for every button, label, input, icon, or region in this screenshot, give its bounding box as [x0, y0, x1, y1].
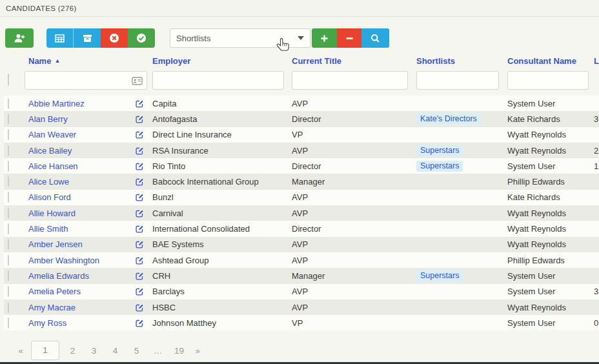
row-checkbox[interactable] [8, 318, 9, 329]
row-checkbox[interactable] [8, 208, 9, 219]
edit-icon[interactable] [136, 130, 144, 139]
column-header-shortlists[interactable]: Shortlists [416, 56, 507, 66]
employer-cell: Antofagasta [152, 114, 292, 124]
row-checkbox[interactable] [8, 192, 9, 203]
table-row: Alan Weaver Direct Line Insurance VP Wya… [4, 127, 599, 143]
row-checkbox[interactable] [8, 114, 9, 125]
row-checkbox[interactable] [8, 98, 9, 109]
candidate-name-link[interactable]: Alison Ford [23, 192, 136, 202]
edit-icon[interactable] [136, 162, 144, 170]
times-circle-icon [109, 33, 119, 43]
name-filter-input[interactable] [25, 71, 147, 90]
pagination-page-19[interactable]: 19 [168, 346, 190, 356]
pagination-next[interactable]: » [190, 346, 205, 356]
current-title-filter-input[interactable] [292, 71, 408, 90]
consultant-cell: System User [507, 99, 594, 108]
candidate-name-link[interactable]: Abbie Martinez [23, 99, 136, 108]
edit-icon[interactable] [136, 287, 144, 296]
table-row: Alice Bailey RSA Insurance AVP Superstar… [4, 143, 599, 158]
edit-icon[interactable] [136, 240, 144, 248]
add-candidate-button[interactable] [5, 28, 34, 48]
candidate-name-link[interactable]: Allie Smith [23, 224, 136, 234]
candidate-name-link[interactable]: Alice Bailey [23, 146, 136, 156]
consultant-cell: Kate Richards [507, 114, 594, 124]
shortlists-dropdown[interactable]: Shortlists [170, 28, 310, 48]
candidate-name-link[interactable]: Alan Weaver [23, 130, 136, 139]
shortlist-badge[interactable]: Superstars [416, 161, 463, 172]
shortlist-badge[interactable]: Superstars [416, 145, 463, 156]
pagination-page-1[interactable]: 1 [31, 341, 59, 360]
shortlist-badge[interactable]: Superstars [416, 270, 463, 281]
consultant-filter-input[interactable] [507, 71, 589, 90]
remove-from-shortlist-button[interactable] [337, 28, 361, 48]
pagination-page-2[interactable]: 2 [62, 346, 83, 356]
select-all-checkbox[interactable] [8, 74, 9, 86]
search-shortlist-button[interactable] [361, 28, 389, 48]
current-title-cell: Director [292, 161, 416, 171]
candidate-name-link[interactable]: Alan Berry [23, 114, 136, 124]
row-checkbox[interactable] [8, 223, 9, 234]
employer-filter-input[interactable] [152, 71, 284, 90]
table-row: Allie Smith International Consolidated D… [4, 221, 599, 236]
pagination: « 12345…19 » [13, 341, 599, 360]
shortlist-badge[interactable]: Kate's Directors [416, 114, 481, 125]
column-header-consultant-name[interactable]: Consultant Name [507, 56, 594, 66]
edit-icon[interactable] [136, 209, 144, 217]
candidate-name-link[interactable]: Amelia Peters [23, 287, 136, 296]
page-title: CANDIDATES (276) [6, 5, 77, 12]
candidate-name-link[interactable]: Amber Jensen [23, 239, 136, 249]
candidate-name-link[interactable]: Amy Ross [23, 318, 136, 328]
shortlists-filter-input[interactable] [416, 71, 499, 90]
edit-icon[interactable] [136, 272, 144, 280]
employer-cell: HSBC [152, 303, 292, 312]
edit-icon[interactable] [136, 115, 144, 123]
candidate-name-link[interactable]: Allie Howard [23, 208, 136, 218]
add-to-shortlist-button[interactable] [312, 28, 337, 48]
edit-icon[interactable] [136, 99, 144, 108]
archive-button[interactable] [74, 28, 101, 48]
consultant-cell: System User [507, 161, 594, 171]
candidate-name-link[interactable]: Alice Lowe [23, 177, 136, 187]
row-checkbox[interactable] [8, 161, 9, 172]
row-checkbox[interactable] [8, 255, 9, 266]
row-checkbox[interactable] [8, 270, 9, 281]
edit-icon[interactable] [136, 303, 144, 312]
plus-icon [320, 34, 329, 43]
candidate-name-link[interactable]: Amy Macrae [23, 303, 136, 312]
row-checkbox[interactable] [8, 145, 9, 156]
edit-icon[interactable] [136, 147, 144, 155]
row-checkbox[interactable] [8, 176, 9, 187]
row-checkbox[interactable] [8, 302, 9, 313]
employer-cell: International Consolidated [152, 224, 292, 234]
employer-cell: Babcock International Group [152, 177, 292, 187]
employer-cell: Capita [152, 99, 292, 108]
candidate-name-link[interactable]: Alice Hansen [23, 161, 136, 171]
pagination-page-5[interactable]: 5 [126, 346, 147, 356]
edit-icon[interactable] [136, 193, 144, 201]
edit-icon[interactable] [136, 225, 144, 233]
column-header-truncated[interactable]: L [594, 56, 599, 66]
column-header-employer[interactable]: Employer [152, 56, 292, 66]
archive-icon [83, 34, 92, 43]
candidate-name-link[interactable]: Amber Washington [23, 256, 136, 265]
contact-card-icon[interactable] [132, 76, 143, 88]
pagination-prev[interactable]: « [13, 346, 28, 356]
edit-icon[interactable] [136, 256, 144, 265]
column-header-current-title[interactable]: Current Title [292, 56, 416, 66]
person-plus-icon [14, 33, 25, 43]
employer-cell: Johnson Matthey [152, 318, 292, 328]
row-checkbox[interactable] [8, 129, 9, 140]
edit-icon[interactable] [136, 177, 144, 186]
table-view-button[interactable] [46, 28, 74, 48]
pagination-page-4[interactable]: 4 [105, 346, 126, 356]
pagination-page-3[interactable]: 3 [83, 346, 105, 356]
reject-button[interactable] [101, 28, 128, 48]
column-header-name[interactable]: Name ▲ [23, 56, 152, 66]
candidate-name-link[interactable]: Amelia Edwards [23, 271, 136, 281]
edit-icon[interactable] [136, 319, 144, 327]
consultant-cell: Wyatt Reynolds [507, 208, 594, 218]
approve-button[interactable] [128, 28, 155, 48]
row-checkbox[interactable] [8, 239, 9, 250]
consultant-cell: System User [507, 318, 594, 328]
row-checkbox[interactable] [8, 286, 9, 297]
